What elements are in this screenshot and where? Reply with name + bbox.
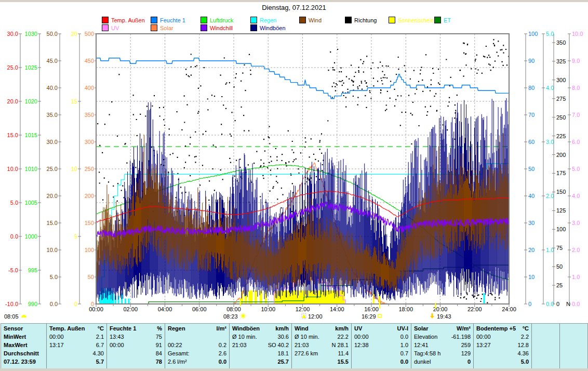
table-cell: 18.1 <box>278 349 289 357</box>
table-cell: 129 <box>461 349 471 357</box>
axis-tick-label: 10.0 <box>7 166 18 172</box>
table-row: 21:03N 28.1 <box>292 341 351 349</box>
axis-tick-label: 7.0 <box>572 112 580 118</box>
table-row: 13:2712.8 <box>474 341 531 349</box>
sunrise-time: 08:23 <box>223 313 238 320</box>
axis-tick-label: 2.0 <box>572 247 580 253</box>
axis-tick-label: 450 <box>85 58 94 64</box>
axis-tick-label: 1020 <box>25 98 37 104</box>
table-row: Temp. Außen°C <box>47 324 106 333</box>
table-column: UVUV-I00:000.012:381.00.70.0 <box>352 324 411 368</box>
axis-tick-label: 0.0 <box>10 233 18 240</box>
table-column <box>560 324 586 368</box>
table-cell: 0.0 <box>219 357 226 366</box>
legend-item-luftdruck: Luftdruck <box>201 17 233 23</box>
table-cell: Tag:4:58 h <box>414 349 440 357</box>
table-row: Sensor <box>1 324 46 333</box>
axis-tick-label: 175 <box>556 170 566 176</box>
legend-item-regen: Regen <box>250 17 276 23</box>
axis-tick-label: 8.0 <box>572 85 580 91</box>
table-cell: Wind <box>295 324 309 333</box>
legend-item-windchill: Windchill <box>201 24 233 31</box>
table-cell: Bodentemp +5 <box>476 324 516 333</box>
axis-tick-label: 150 <box>85 220 94 226</box>
table-row: 0.0 <box>352 357 411 366</box>
table-row: 25.7 <box>230 357 291 366</box>
axis-tick-label: 20.0 <box>7 98 18 104</box>
noon-icon <box>302 313 306 319</box>
table-cell: 5.7 <box>96 357 104 366</box>
axis-tick-label: 1005 <box>25 200 37 206</box>
table-cell: Solar <box>414 324 429 333</box>
axis-tick-label: 6.0 <box>572 139 580 145</box>
x-tick-label: 14:00 <box>330 306 344 312</box>
axis-tick-label: 1.0 <box>572 274 580 280</box>
axis-tick-label: 100 <box>556 226 566 232</box>
axis-tick-label: 150 <box>556 189 566 195</box>
legend-label: Temp. Außen <box>111 17 145 23</box>
table-row <box>560 357 586 366</box>
table-cell: 00:00 <box>110 341 124 349</box>
table-cell: 4.30 <box>93 349 104 357</box>
axis-tick-label: 225 <box>556 133 566 139</box>
table-row: 12:381.0 <box>352 341 411 349</box>
legend-label: Sonnenschein <box>398 17 434 23</box>
table-cell: 07.12. 23:59 <box>4 357 36 366</box>
legend-item-sonnenschein: Sonnenschein <box>389 17 434 23</box>
legend-label: Solar <box>160 25 173 31</box>
table-row: Ø 10 min.30.6 <box>230 333 291 341</box>
legend-item-feuchte-1: Feuchte 1 <box>151 17 185 23</box>
table-row: Durchschnitt <box>1 349 46 357</box>
axis-tick-label: 45.0 <box>47 58 58 64</box>
axis-tick-label: 5.0 <box>50 274 58 280</box>
table-cell: 12.8 <box>518 341 529 349</box>
axis-tick-label: 9.0 <box>572 58 580 64</box>
legend-swatch <box>201 17 207 23</box>
axis-tick-label: 5 <box>74 233 77 240</box>
table-cell: MaxWert <box>4 341 28 349</box>
table-column <box>532 324 560 368</box>
table-cell: km/h <box>275 324 289 333</box>
table-row: Regenl/m² <box>165 324 229 333</box>
axis-tick-label: 25 <box>556 282 563 288</box>
legend-swatch <box>151 24 157 31</box>
axis-tick-label: 275 <box>556 96 566 102</box>
axis-tick-label: 15 <box>71 98 77 104</box>
table-cell: Temp. Außen <box>49 324 85 333</box>
table-cell: 2.1 <box>96 333 104 341</box>
table-row: MaxWert <box>1 341 46 349</box>
axis-tick-label: 4.0 <box>572 193 580 199</box>
half-sun-icon <box>21 315 26 317</box>
legend-label: Luftdruck <box>210 17 233 23</box>
legend-item-uv: UV <box>102 24 119 31</box>
table-cell: Windböen <box>232 324 260 333</box>
table-cell: 0.0 <box>400 357 408 366</box>
table-row <box>532 324 559 333</box>
table-cell: -61.198 <box>451 333 471 341</box>
table-cell: 11.4 <box>338 349 349 357</box>
x-tick-label: 08:00 <box>226 306 241 312</box>
legend-swatch <box>389 17 395 23</box>
window-top-edge <box>0 0 588 2</box>
table-cell: 1.0 <box>400 341 408 349</box>
axis-tick-label: 995 <box>28 267 37 273</box>
table-row <box>560 349 586 357</box>
table-row: Gesamt:2.6 <box>165 349 229 357</box>
table-row: Feuchte 1% <box>107 324 165 333</box>
table-cell: Ø 10 min. <box>232 333 257 341</box>
legend-swatch <box>151 17 157 23</box>
table-row: 00:000.0 <box>352 333 411 341</box>
table-row: Ø 10 min.22.2 <box>292 333 351 341</box>
table-cell: 0 <box>467 357 471 366</box>
legend-label: UV <box>111 25 119 31</box>
axis-tick-label: 20 <box>71 31 77 37</box>
axis-tick-label: 1030 <box>25 31 37 37</box>
axis-tick-label: 4.0 <box>546 85 554 91</box>
table-cell: 2.2 <box>521 333 529 341</box>
table-cell: km/h <box>335 324 349 333</box>
axis-tick-label: 125 <box>556 207 566 214</box>
axis-tick-label: 5.0 <box>572 166 580 172</box>
table-cell: N 28.1 <box>332 341 349 349</box>
table-row: 2.6 l/m²0.0 <box>165 357 229 366</box>
table-cell: 84 <box>156 349 162 357</box>
